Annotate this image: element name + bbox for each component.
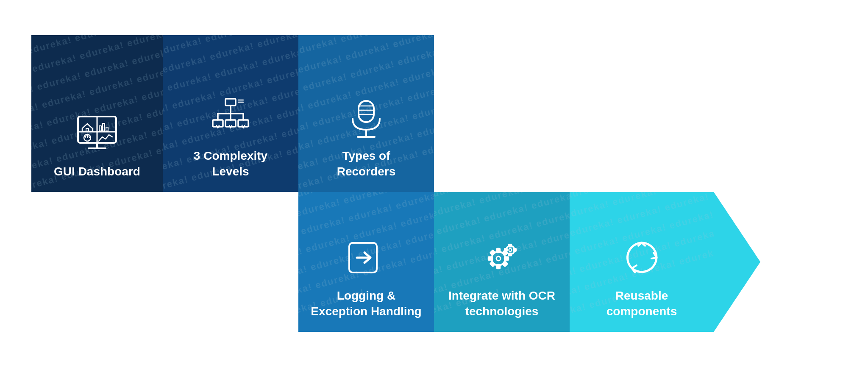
svg-rect-38 bbox=[490, 261, 495, 267]
cell-logging: edureka! edureka! edureka! edureka! edur… bbox=[298, 192, 434, 332]
diagram-container: edureka! edureka! edureka! edureka! edur… bbox=[31, 35, 837, 332]
svg-point-31 bbox=[496, 256, 501, 261]
svg-rect-42 bbox=[509, 244, 512, 247]
svg-rect-34 bbox=[488, 257, 492, 260]
cell-reusable-wrapper: edureka! edureka! edureka! edureka! edur… bbox=[570, 192, 760, 332]
arrow-tip bbox=[714, 192, 760, 332]
recycle-icon bbox=[620, 236, 663, 281]
cell-2-label: 3 ComplexityLevels bbox=[187, 148, 274, 179]
svg-rect-19 bbox=[225, 120, 236, 127]
cell-gui-dashboard: edureka! edureka! edureka! edureka! edur… bbox=[31, 35, 163, 192]
top-row-spacer bbox=[434, 35, 837, 192]
svg-point-41 bbox=[509, 249, 512, 252]
svg-rect-44 bbox=[504, 248, 507, 251]
svg-rect-4 bbox=[99, 126, 101, 131]
cell-ocr: edureka! edureka! edureka! edureka! edur… bbox=[434, 192, 570, 332]
top-row: edureka! edureka! edureka! edureka! edur… bbox=[31, 35, 837, 192]
svg-rect-33 bbox=[497, 264, 500, 269]
svg-rect-45 bbox=[513, 248, 516, 251]
svg-rect-21 bbox=[238, 120, 248, 127]
cell-1-label: GUI Dashboard bbox=[47, 164, 147, 179]
cell-reusable: edureka! edureka! edureka! edureka! edur… bbox=[570, 192, 714, 332]
svg-rect-6 bbox=[106, 127, 108, 131]
gears-icon bbox=[481, 236, 523, 281]
svg-rect-36 bbox=[490, 250, 495, 256]
svg-rect-17 bbox=[213, 120, 223, 127]
svg-rect-43 bbox=[509, 253, 512, 256]
svg-rect-35 bbox=[504, 257, 509, 260]
dashboard-icon bbox=[76, 112, 118, 156]
svg-rect-5 bbox=[103, 123, 105, 131]
hierarchy-icon bbox=[209, 97, 252, 141]
cell-complexity: edureka! edureka! edureka! edureka! edur… bbox=[163, 35, 298, 192]
cell-4-label: Logging &Exception Handling bbox=[304, 288, 428, 319]
cell-3-label: Types ofRecorders bbox=[331, 148, 402, 179]
bottom-row: edureka! edureka! edureka! edureka! edur… bbox=[298, 192, 837, 332]
cell-5-label: Integrate with OCRtechnologies bbox=[442, 288, 562, 319]
svg-rect-11 bbox=[225, 99, 236, 106]
arrow-wrapper: edureka! edureka! edureka! edureka! edur… bbox=[298, 192, 760, 332]
cell-6-label: Reusablecomponents bbox=[600, 288, 683, 319]
svg-rect-22 bbox=[359, 101, 374, 122]
microphone-icon bbox=[345, 97, 387, 141]
svg-rect-32 bbox=[497, 248, 500, 253]
login-arrow-icon bbox=[345, 236, 387, 281]
cell-recorders: edureka! edureka! edureka! edureka! edur… bbox=[298, 35, 434, 192]
